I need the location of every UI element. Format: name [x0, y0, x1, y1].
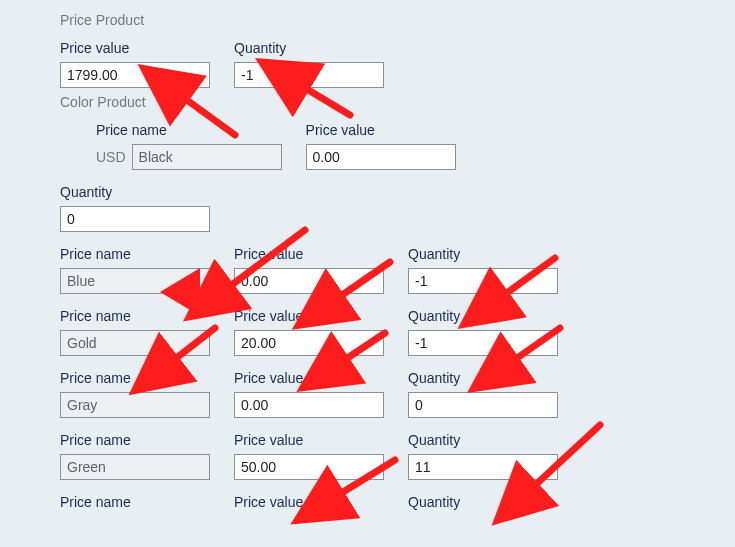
color0-price-value-label: Price value [306, 122, 456, 138]
color0-quantity-field: Quantity [60, 184, 210, 232]
price-name-input[interactable] [60, 330, 210, 356]
currency-prefix: USD [96, 149, 126, 165]
price-value-label: Price value [234, 494, 384, 510]
color0-quantity-label: Quantity [60, 184, 210, 200]
price-name-label: Price name [60, 370, 210, 386]
color0-quantity-input[interactable] [60, 206, 210, 232]
color-row: Price name Price value Quantity [60, 308, 735, 356]
price-name-input[interactable] [60, 392, 210, 418]
color0-price-name-label: Price name [96, 122, 282, 138]
price-name-label: Price name [60, 308, 210, 324]
quantity-label: Quantity [408, 370, 558, 386]
price-value-label: Price value [60, 40, 210, 56]
quantity-input[interactable] [408, 454, 558, 480]
price-name-label: Price name [60, 246, 210, 262]
quantity-input[interactable] [408, 268, 558, 294]
quantity-input[interactable] [234, 62, 384, 88]
price-value-input[interactable] [234, 268, 384, 294]
price-value-label: Price value [234, 308, 384, 324]
price-name-label: Price name [60, 494, 210, 510]
color-row: Price name Price value Quantity [60, 246, 735, 294]
color0-price-name-input[interactable] [132, 144, 282, 170]
color-row-labels-only: Price name Price value Quantity [60, 494, 735, 512]
price-value-label: Price value [234, 370, 384, 386]
price-value-input[interactable] [234, 392, 384, 418]
quantity-label: Quantity [408, 494, 558, 510]
quantity-label: Quantity [234, 40, 384, 56]
price-value-label: Price value [234, 432, 384, 448]
color0-price-value-input[interactable] [306, 144, 456, 170]
quantity-field: Quantity [234, 40, 384, 88]
color0-price-name-field: Price name USD [96, 122, 282, 170]
price-name-input[interactable] [60, 454, 210, 480]
quantity-label: Quantity [408, 432, 558, 448]
price-value-input[interactable] [60, 62, 210, 88]
price-name-label: Price name [60, 432, 210, 448]
color0-price-value-field: Price value [306, 122, 456, 170]
color-row: Price name Price value Quantity [60, 432, 735, 480]
section-title-price-product: Price Product [60, 12, 735, 28]
price-name-input[interactable] [60, 268, 210, 294]
color-row: Price name Price value Quantity [60, 370, 735, 418]
price-value-label: Price value [234, 246, 384, 262]
quantity-input[interactable] [408, 392, 558, 418]
price-value-field: Price value [60, 40, 210, 88]
section-title-color-product: Color Product [60, 94, 735, 110]
quantity-label: Quantity [408, 308, 558, 324]
quantity-input[interactable] [408, 330, 558, 356]
quantity-label: Quantity [408, 246, 558, 262]
price-value-input[interactable] [234, 330, 384, 356]
price-value-input[interactable] [234, 454, 384, 480]
